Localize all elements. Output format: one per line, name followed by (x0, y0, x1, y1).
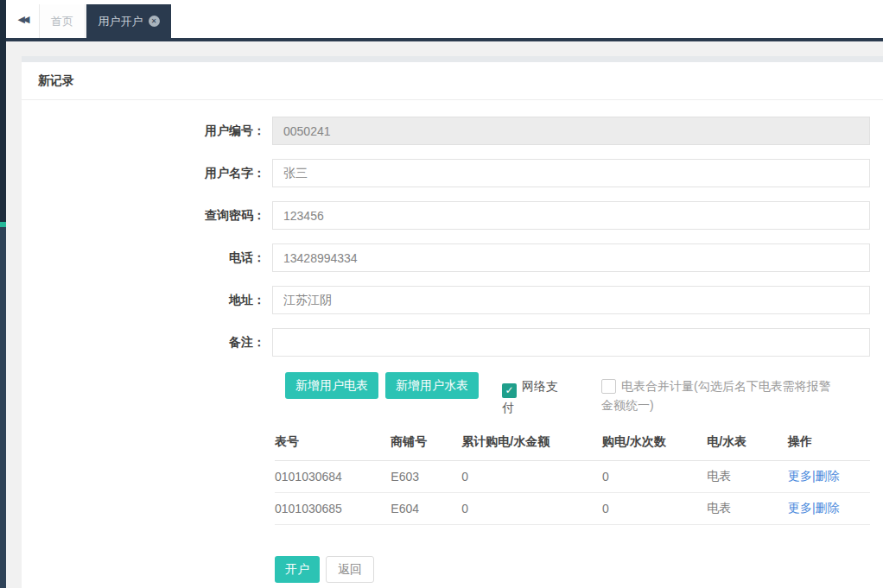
account-form: 用户编号： 用户名字： 查询密码： 电话： 地址： 备注： 新增用户电表 新增用… (22, 100, 883, 583)
user-name-field[interactable] (272, 159, 870, 187)
merge-metering-option[interactable]: 电表合并计量(勾选后名下电表需将报警金额统一) (601, 376, 833, 414)
tab-close-icon[interactable]: ✕ (149, 16, 160, 27)
tab-home[interactable]: 首页 (39, 4, 86, 38)
delete-link[interactable]: 删除 (816, 469, 840, 483)
remarks-field[interactable] (272, 328, 870, 357)
tab-bar: ◀◀ 首页 用户开户 ✕ (6, 0, 883, 38)
address-label: 地址： (22, 293, 265, 308)
cell-meter-type: 电表 (707, 493, 788, 525)
phone-label: 电话： (22, 250, 265, 266)
query-password-label: 查询密码： (22, 208, 265, 224)
collapsed-sidebar[interactable] (0, 0, 6, 588)
form-row-user-name: 用户名字： (22, 159, 883, 187)
sidebar-top-segment (0, 0, 6, 222)
merge-metering-label: 电表合并计量(勾选后名下电表需将报警金额统一) (601, 379, 831, 412)
query-password-field[interactable] (272, 201, 870, 230)
tab-home-label: 首页 (51, 14, 73, 29)
panel-top-shadow (22, 56, 883, 62)
cell-meter-no: 0101030684 (275, 461, 391, 493)
table-row: 0101030684 E603 0 0 电表 更多|删除 (275, 461, 870, 493)
form-row-phone: 电话： (22, 243, 883, 272)
merge-metering-checkbox[interactable] (601, 379, 616, 394)
tab-user-open-account[interactable]: 用户开户 ✕ (86, 4, 171, 38)
user-number-field (272, 117, 870, 145)
sidebar-bottom-segment (0, 227, 6, 588)
cell-meter-type: 电表 (707, 461, 788, 493)
add-electric-meter-button[interactable]: 新增用户电表 (285, 372, 378, 399)
form-row-address: 地址： (22, 286, 883, 314)
col-meter-no: 表号 (275, 431, 391, 461)
address-field[interactable] (272, 286, 870, 314)
cell-shop-no: E603 (391, 461, 461, 493)
add-water-meter-button[interactable]: 新增用户水表 (385, 372, 479, 399)
cell-purchase-times: 0 (602, 493, 707, 525)
col-total-amount: 累计购电/水金额 (461, 431, 602, 461)
col-meter-type: 电/水表 (707, 431, 788, 461)
table-row: 0101030685 E604 0 0 电表 更多|删除 (275, 493, 870, 525)
check-icon: ✓ (505, 384, 513, 396)
cell-total-amount: 0 (461, 493, 602, 525)
col-purchase-times: 购电/水次数 (602, 431, 707, 461)
meter-actions-row: 新增用户电表 新增用户水表 ✓网络支付 电表合并计量(勾选后名下电表需将报警金额… (285, 372, 870, 417)
table-header-row: 表号 商铺号 累计购电/水金额 购电/水次数 电/水表 操作 (275, 431, 870, 461)
tabbar-underline (0, 38, 883, 41)
cell-actions: 更多|删除 (788, 461, 870, 493)
col-shop-no: 商铺号 (391, 431, 461, 461)
more-link[interactable]: 更多 (788, 501, 812, 515)
cell-purchase-times: 0 (602, 461, 707, 493)
cell-shop-no: E604 (391, 493, 461, 525)
sidebar-collapse-button[interactable]: ◀◀ (6, 0, 39, 38)
network-payment-option[interactable]: ✓网络支付 (502, 376, 568, 417)
network-payment-checkbox[interactable]: ✓ (502, 383, 517, 398)
more-link[interactable]: 更多 (788, 469, 812, 483)
remarks-label: 备注： (22, 335, 265, 351)
cell-actions: 更多|删除 (788, 493, 870, 525)
meter-table-wrap: 表号 商铺号 累计购电/水金额 购电/水次数 电/水表 操作 010103068… (275, 431, 870, 525)
cell-meter-no: 0101030685 (275, 493, 391, 525)
form-footer: 开户 返回 (275, 556, 883, 583)
form-row-user-number: 用户编号： (22, 117, 883, 145)
user-number-label: 用户编号： (22, 123, 265, 139)
page-title: 新记录 (22, 62, 883, 100)
delete-link[interactable]: 删除 (816, 501, 840, 515)
form-row-remarks: 备注： (22, 328, 883, 357)
phone-field[interactable] (272, 243, 870, 272)
open-account-button[interactable]: 开户 (275, 556, 320, 583)
col-actions: 操作 (788, 431, 870, 461)
tab-active-label: 用户开户 (98, 14, 143, 29)
back-button[interactable]: 返回 (326, 556, 374, 583)
user-name-label: 用户名字： (22, 166, 265, 181)
new-record-panel: 新记录 用户编号： 用户名字： 查询密码： 电话： 地址： 备注： 新增用户电表 (22, 62, 883, 588)
form-row-query-password: 查询密码： (22, 201, 883, 230)
meter-table: 表号 商铺号 累计购电/水金额 购电/水次数 电/水表 操作 010103068… (275, 431, 870, 525)
cell-total-amount: 0 (461, 461, 602, 493)
double-left-arrow-icon: ◀◀ (18, 14, 28, 25)
